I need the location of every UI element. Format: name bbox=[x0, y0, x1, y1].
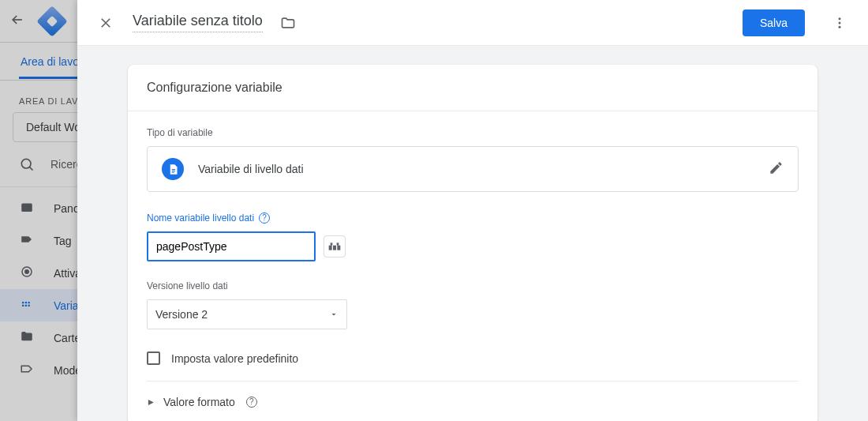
close-icon bbox=[99, 16, 113, 30]
svg-point-6 bbox=[839, 25, 841, 28]
version-label: Versione livello dati bbox=[147, 280, 799, 291]
folder-icon bbox=[19, 329, 35, 346]
trigger-icon bbox=[19, 265, 35, 281]
config-card: Configurazione variabile Tipo di variabi… bbox=[128, 65, 817, 421]
version-value: Versione 2 bbox=[155, 308, 208, 321]
type-field-label: Tipo di variabile bbox=[147, 127, 799, 138]
help-icon[interactable]: ? bbox=[259, 212, 270, 224]
template-icon bbox=[19, 362, 35, 378]
folder-icon bbox=[280, 15, 296, 31]
nav-label: Tag bbox=[54, 235, 72, 247]
format-value-label: Valore formato bbox=[163, 396, 235, 408]
overflow-menu-button[interactable] bbox=[825, 9, 854, 37]
svg-rect-1 bbox=[21, 204, 32, 212]
pencil-icon bbox=[769, 160, 784, 175]
svg-rect-7 bbox=[329, 246, 332, 250]
brick-icon bbox=[328, 242, 341, 251]
svg-point-0 bbox=[21, 159, 31, 168]
panel-header: Variabile senza titolo Salva bbox=[77, 0, 868, 46]
var-name-row bbox=[147, 231, 799, 261]
help-icon[interactable]: ? bbox=[246, 397, 257, 408]
variable-editor-panel: Variabile senza titolo Salva Configurazi… bbox=[77, 0, 868, 421]
panel-title[interactable]: Variabile senza titolo bbox=[133, 13, 263, 32]
edit-type-button[interactable] bbox=[769, 160, 784, 178]
variable-type-selector[interactable]: Variabile di livello dati bbox=[147, 146, 799, 192]
insert-variable-button[interactable] bbox=[324, 235, 346, 257]
datalayer-type-icon bbox=[162, 158, 184, 180]
chevron-right-icon: ▾ bbox=[144, 400, 156, 405]
chevron-down-icon bbox=[329, 310, 339, 319]
search-icon bbox=[19, 156, 35, 172]
checkbox-icon[interactable] bbox=[147, 351, 160, 365]
gtm-logo-icon bbox=[36, 6, 68, 37]
svg-point-3 bbox=[25, 270, 29, 274]
svg-rect-11 bbox=[337, 242, 339, 245]
var-name-label-text: Nome variabile livello dati bbox=[147, 212, 254, 224]
default-value-label: Imposta valore predefinito bbox=[171, 352, 298, 365]
folder-button[interactable] bbox=[277, 12, 299, 34]
default-value-checkbox-row[interactable]: Imposta valore predefinito bbox=[147, 348, 799, 382]
format-value-expander[interactable]: ▾ Valore formato ? bbox=[147, 382, 799, 421]
variable-icon bbox=[19, 297, 35, 314]
svg-rect-10 bbox=[331, 242, 333, 245]
close-button[interactable] bbox=[92, 9, 120, 37]
svg-point-5 bbox=[839, 21, 841, 24]
svg-rect-9 bbox=[337, 246, 340, 250]
overview-icon bbox=[19, 200, 35, 216]
svg-rect-8 bbox=[333, 246, 336, 250]
save-button[interactable]: Salva bbox=[743, 9, 805, 36]
var-name-label: Nome variabile livello dati ? bbox=[147, 212, 799, 224]
more-vert-icon bbox=[832, 16, 847, 30]
panel-body: Configurazione variabile Tipo di variabi… bbox=[77, 46, 868, 421]
card-title: Configurazione variabile bbox=[128, 65, 817, 111]
var-name-input[interactable] bbox=[147, 231, 316, 261]
tag-icon bbox=[19, 232, 35, 249]
svg-point-4 bbox=[839, 17, 841, 20]
variable-type-name: Variabile di livello dati bbox=[198, 163, 304, 175]
back-arrow-icon[interactable] bbox=[9, 12, 25, 30]
version-select[interactable]: Versione 2 bbox=[147, 299, 347, 329]
card-content: Tipo di variabile Variabile di livello d… bbox=[128, 111, 817, 421]
